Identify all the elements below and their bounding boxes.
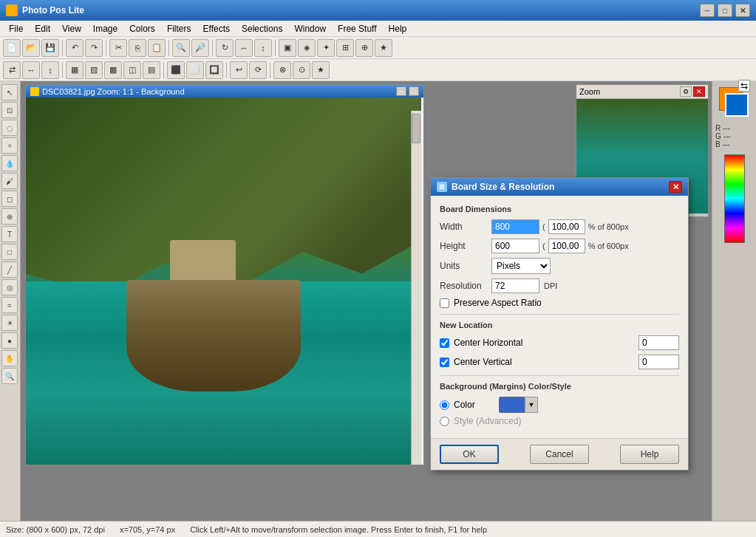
canvas-scrollbar-v[interactable] — [411, 111, 421, 465]
lt-lasso[interactable]: ◌ — [1, 120, 18, 136]
lt-dodge[interactable]: ☀ — [1, 315, 18, 331]
swap-colors-icon[interactable]: ⇆ — [738, 80, 750, 92]
new-button[interactable]: 📄 — [3, 39, 21, 57]
tool2-p[interactable]: ★ — [312, 61, 330, 79]
close-button[interactable]: ✕ — [735, 4, 750, 17]
tool-c[interactable]: ✦ — [317, 39, 335, 57]
tool2-a[interactable]: ⇄ — [3, 61, 21, 79]
scrollbar-thumb[interactable] — [412, 114, 420, 143]
tool2-g[interactable]: ◫ — [123, 61, 141, 79]
lt-eraser[interactable]: ◻ — [1, 191, 18, 207]
tool2-h[interactable]: ▤ — [143, 61, 160, 79]
minimize-button[interactable]: ─ — [700, 4, 715, 17]
tool2-l[interactable]: ↩ — [230, 61, 248, 79]
tool2-e[interactable]: ▧ — [85, 61, 103, 79]
rotate-button[interactable]: ↻ — [216, 39, 234, 57]
menu-colors[interactable]: Colors — [123, 22, 161, 35]
undo-button[interactable]: ↶ — [66, 39, 84, 57]
menu-view[interactable]: View — [56, 22, 87, 35]
resolution-input[interactable] — [491, 278, 539, 293]
menu-edit[interactable]: Edit — [29, 22, 56, 35]
menu-file[interactable]: File — [3, 22, 29, 35]
lt-smudge[interactable]: ≈ — [1, 297, 18, 313]
help-button[interactable]: Help — [620, 445, 679, 464]
tool-e[interactable]: ⊕ — [355, 39, 373, 57]
lt-blur[interactable]: ◎ — [1, 279, 18, 295]
preserve-aspect-label: Preserve Aspect Ratio — [454, 298, 542, 308]
color-radio[interactable] — [440, 400, 449, 410]
tool2-m[interactable]: ⟳ — [249, 61, 267, 79]
zoom-settings-btn[interactable]: ⚙ — [680, 86, 692, 97]
center-v-input[interactable] — [638, 355, 679, 369]
foreground-color-swatch[interactable] — [725, 93, 749, 117]
menu-freestuff[interactable]: Free Stuff — [332, 22, 382, 35]
ok-button[interactable]: OK — [440, 445, 499, 464]
lt-text[interactable]: T — [1, 226, 18, 242]
canvas-image[interactable] — [26, 98, 421, 465]
open-button[interactable]: 📂 — [22, 39, 40, 57]
tool-b[interactable]: ◈ — [298, 39, 316, 57]
height-input[interactable] — [491, 239, 539, 253]
color-picker-button[interactable] — [499, 397, 525, 413]
style-radio[interactable] — [440, 417, 449, 426]
tool-a[interactable]: ▣ — [279, 39, 296, 57]
tool2-i[interactable]: ⬛ — [167, 61, 185, 79]
color-swatches[interactable] — [719, 87, 750, 118]
lt-select[interactable]: ↖ — [1, 84, 18, 100]
menu-selections[interactable]: Selections — [236, 22, 288, 35]
redo-button[interactable]: ↷ — [85, 39, 103, 57]
units-select[interactable]: Pixels Inches Centimeters — [491, 258, 551, 274]
flip-v-button[interactable]: ↕ — [254, 39, 272, 57]
lt-zoom[interactable]: 🔍 — [1, 368, 18, 384]
center-h-input[interactable] — [638, 335, 679, 350]
lt-clone[interactable]: ⊕ — [1, 208, 18, 225]
lt-line[interactable]: ╱ — [1, 261, 18, 278]
tool2-b[interactable]: ↔ — [22, 61, 40, 79]
height-percent-input[interactable] — [548, 239, 585, 253]
center-h-checkbox[interactable] — [440, 338, 449, 348]
cut-button[interactable]: ✂ — [109, 39, 127, 57]
menu-filters[interactable]: Filters — [161, 22, 197, 35]
lt-crop[interactable]: ⊡ — [1, 102, 18, 118]
zoom-out-button[interactable]: 🔎 — [191, 39, 209, 57]
menu-image[interactable]: Image — [87, 22, 123, 35]
tool-f[interactable]: ★ — [375, 39, 392, 57]
separator-4 — [212, 40, 213, 56]
width-input[interactable] — [491, 219, 539, 234]
preserve-aspect-checkbox[interactable] — [440, 298, 449, 308]
canvas-maximize[interactable]: □ — [409, 86, 419, 96]
center-v-checkbox[interactable] — [440, 358, 449, 367]
board-size-dialog[interactable]: ⊞ Board Size & Resolution ✕ Board Dimens… — [430, 177, 689, 471]
lt-burn[interactable]: ● — [1, 332, 18, 349]
canvas-minimize[interactable]: ─ — [396, 86, 406, 96]
lt-magic[interactable]: ✧ — [1, 137, 18, 154]
lt-eyedrop[interactable]: 💧 — [1, 155, 18, 171]
lt-paint[interactable]: 🖌 — [1, 173, 18, 189]
menu-effects[interactable]: Effects — [197, 22, 236, 35]
menu-window[interactable]: Window — [288, 22, 332, 35]
color-picker-gradient[interactable] — [724, 154, 745, 243]
menu-help[interactable]: Help — [383, 22, 413, 35]
color-dropdown-arrow[interactable]: ▼ — [525, 397, 538, 413]
tool2-n[interactable]: ⊗ — [273, 61, 291, 79]
lt-shape[interactable]: □ — [1, 244, 18, 260]
save-button[interactable]: 💾 — [41, 39, 59, 57]
tool2-o[interactable]: ⊙ — [293, 61, 310, 79]
copy-button[interactable]: ⎘ — [129, 39, 146, 57]
maximize-button[interactable]: □ — [718, 4, 732, 17]
tool2-k[interactable]: 🔲 — [205, 61, 223, 79]
cancel-button[interactable]: Cancel — [530, 445, 589, 464]
width-percent-input[interactable] — [548, 219, 585, 234]
tool2-j[interactable]: ⬜ — [186, 61, 204, 79]
flip-h-button[interactable]: ↔ — [235, 39, 253, 57]
zoom-close-btn[interactable]: ✕ — [693, 86, 705, 97]
width-percent-label: % of 800px — [588, 222, 629, 231]
tool2-f[interactable]: ▩ — [104, 61, 122, 79]
tool2-d[interactable]: ▦ — [66, 61, 84, 79]
zoom-in-button[interactable]: 🔍 — [172, 39, 190, 57]
tool2-c[interactable]: ↕ — [41, 61, 59, 79]
lt-hand[interactable]: ✋ — [1, 350, 18, 366]
tool-d[interactable]: ⊞ — [336, 39, 354, 57]
paste-button[interactable]: 📋 — [148, 39, 166, 57]
dialog-close-button[interactable]: ✕ — [669, 181, 682, 193]
